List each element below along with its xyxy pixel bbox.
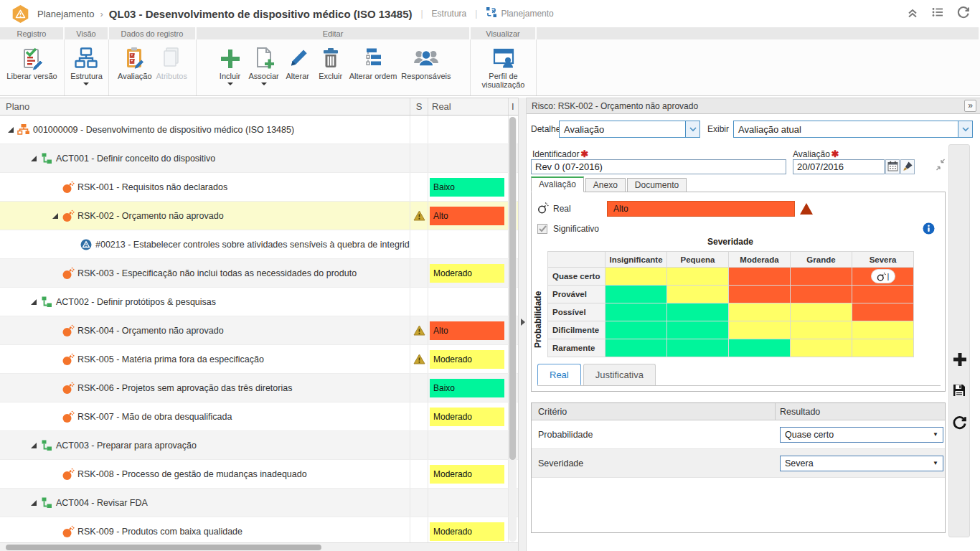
tree-row-RSK-003[interactable]: RSK-003 - Especificação não inclui todas…: [0, 259, 518, 288]
toolbar-group-body: Liberar versão: [0, 39, 65, 95]
collapse-toolbar-icon[interactable]: [906, 6, 919, 22]
tree-row-RSK-004[interactable]: RSK-004 - Orçamento não aprovadoAlto: [0, 316, 518, 345]
clear-date-button[interactable]: [900, 159, 915, 174]
matrix-cell-4-3[interactable]: [791, 339, 852, 357]
expander-icon[interactable]: [29, 154, 40, 164]
expander-icon[interactable]: [6, 125, 17, 135]
probabilidade-result-select[interactable]: Quase certo▼: [780, 427, 943, 443]
column-header-s[interactable]: S: [410, 98, 428, 115]
add-evaluation-icon[interactable]: [952, 352, 968, 369]
view-profile-button[interactable]: Perfil de visualização: [471, 43, 536, 90]
matrix-cell-0-2[interactable]: [729, 268, 791, 286]
list-view-icon[interactable]: [931, 6, 944, 22]
column-header-real[interactable]: Real: [428, 98, 509, 115]
expander-icon[interactable]: [29, 441, 40, 451]
structure-button[interactable]: Estrutura: [68, 43, 105, 90]
expander-icon[interactable]: [29, 498, 40, 508]
edit-button[interactable]: Alterar: [281, 43, 314, 82]
reorder-button[interactable]: Alterar ordem: [347, 43, 400, 82]
horizontal-scrollbar[interactable]: [0, 542, 518, 551]
tab-anexo[interactable]: Anexo: [585, 178, 626, 192]
matrix-cell-4-1[interactable]: [667, 339, 729, 357]
matrix-cell-2-3[interactable]: [791, 303, 852, 321]
evaluation-date-input[interactable]: 20/07/2016: [793, 159, 885, 174]
calendar-button[interactable]: [885, 159, 900, 174]
tree-row-RSK-008[interactable]: RSK-008 - Processo de gestão de mudanças…: [0, 460, 518, 489]
tree-row-RSK-009[interactable]: RSK-009 - Produtos com baixa qualidadeMo…: [0, 517, 518, 543]
expander-icon[interactable]: [29, 297, 40, 307]
risk-node-icon: [62, 410, 75, 423]
expander-icon[interactable]: [50, 211, 62, 221]
matrix-cell-2-4[interactable]: [852, 303, 914, 321]
matrix-cell-3-2[interactable]: [729, 321, 791, 339]
risk-detail-panel: Risco: RSK-002 - Orçamento não aprovado …: [527, 98, 980, 551]
structure-link[interactable]: Estrutura: [432, 9, 467, 19]
identifier-input[interactable]: Rev 0 (07-2016): [531, 159, 786, 174]
release-version-button[interactable]: Liberar versão: [4, 43, 59, 82]
matrix-cell-4-4[interactable]: [852, 339, 914, 357]
tree-row-RSK-005[interactable]: RSK-005 - Matéria prima fora da especifi…: [0, 345, 518, 374]
evaluation-button[interactable]: Avaliação: [116, 43, 154, 82]
matrix-cell-4-2[interactable]: [729, 339, 791, 357]
display-select[interactable]: Avaliação atual: [733, 121, 973, 138]
save-icon[interactable]: [952, 383, 966, 400]
horizontal-scrollbar-thumb[interactable]: [6, 545, 321, 550]
matrix-cell-1-1[interactable]: [667, 286, 729, 303]
associate-button[interactable]: Associar: [247, 43, 281, 90]
column-header-plano[interactable]: Plano: [0, 98, 410, 115]
panel-splitter[interactable]: [518, 98, 527, 551]
tree-row-RSK-001[interactable]: RSK-001 - Requisitos não declaradosBaixo: [0, 173, 518, 202]
delete-button[interactable]: Excluir: [314, 43, 347, 82]
add-button[interactable]: Incluir: [214, 43, 247, 90]
sub-tab-justificativa[interactable]: Justificativa: [583, 364, 656, 385]
matrix-cell-0-4[interactable]: |: [852, 268, 914, 286]
compress-panel-icon[interactable]: [936, 159, 946, 173]
panel-expand-button[interactable]: »: [964, 100, 976, 112]
vertical-scrollbar[interactable]: [509, 117, 517, 542]
tree-row-00213[interactable]: #00213 - Estabelecer controles sobre ati…: [0, 230, 518, 259]
breadcrumb-app[interactable]: Planejamento: [37, 9, 95, 19]
matrix-cell-0-0[interactable]: [606, 268, 667, 286]
matrix-cell-0-3[interactable]: [791, 268, 852, 286]
matrix-cell-3-0[interactable]: [606, 321, 667, 339]
tab-documento[interactable]: Documento: [627, 178, 687, 192]
refresh-icon[interactable]: [956, 6, 970, 22]
significant-checkbox[interactable]: [537, 224, 547, 234]
matrix-cell-2-1[interactable]: [667, 303, 729, 321]
matrix-cell-1-0[interactable]: [606, 286, 667, 303]
details-select[interactable]: Avaliação: [559, 121, 700, 138]
reload-icon[interactable]: [952, 415, 967, 432]
matrix-cell-3-4[interactable]: [852, 321, 914, 339]
matrix-cell-0-1[interactable]: [667, 268, 729, 286]
tree-row-ACT003[interactable]: ACT003 - Preparar para aprovação: [0, 431, 518, 460]
activity-node-icon: [40, 296, 53, 308]
tree-row-plan-cell: RSK-004 - Orçamento não aprovado: [0, 316, 410, 344]
matrix-cell-2-2[interactable]: [729, 303, 791, 321]
sub-tab-real[interactable]: Real: [537, 364, 581, 385]
display-select-value: Avaliação atual: [734, 124, 958, 135]
tree-row-RSK-006[interactable]: RSK-006 - Projetos sem aprovação das trê…: [0, 374, 518, 402]
matrix-cell-1-2[interactable]: [729, 286, 791, 303]
add-icon: [218, 47, 242, 70]
criteria-header-criterio: Critério: [532, 403, 776, 420]
tree-row-ACT001[interactable]: ACT001 - Definir conceito do dispositivo: [0, 144, 518, 173]
planning-link[interactable]: Planejamento: [501, 9, 553, 19]
tree-row-RSK-007[interactable]: RSK-007 - Mão de obra desqualificadaMode…: [0, 402, 518, 431]
tab-avalia-o[interactable]: Avaliação: [531, 176, 584, 192]
matrix-cell-1-4[interactable]: [852, 286, 914, 303]
info-icon[interactable]: [923, 222, 935, 237]
tree-row-ACT004[interactable]: ACT004 - Revisar FDA: [0, 489, 518, 517]
tree-row-001000009[interactable]: 001000009 - Desenvolvimento de dispositi…: [0, 116, 518, 144]
responsibles-button[interactable]: Responsáveis: [399, 43, 453, 82]
matrix-cell-3-1[interactable]: [667, 321, 729, 339]
tree-row-s-cell: [410, 489, 428, 517]
tree-row-ACT002[interactable]: ACT002 - Definir protótipos & pesquisas: [0, 288, 518, 316]
matrix-cell-1-3[interactable]: [791, 286, 852, 303]
matrix-cell-2-0[interactable]: [606, 303, 667, 321]
vertical-scrollbar-thumb[interactable]: [509, 117, 516, 460]
tree-row-RSK-002[interactable]: RSK-002 - Orçamento não aprovadoAlto: [0, 202, 518, 230]
matrix-cell-4-0[interactable]: [606, 339, 667, 357]
severidade-result-select[interactable]: Severa▼: [780, 456, 943, 471]
expander-placeholder: [50, 412, 62, 422]
matrix-cell-3-3[interactable]: [791, 321, 852, 339]
